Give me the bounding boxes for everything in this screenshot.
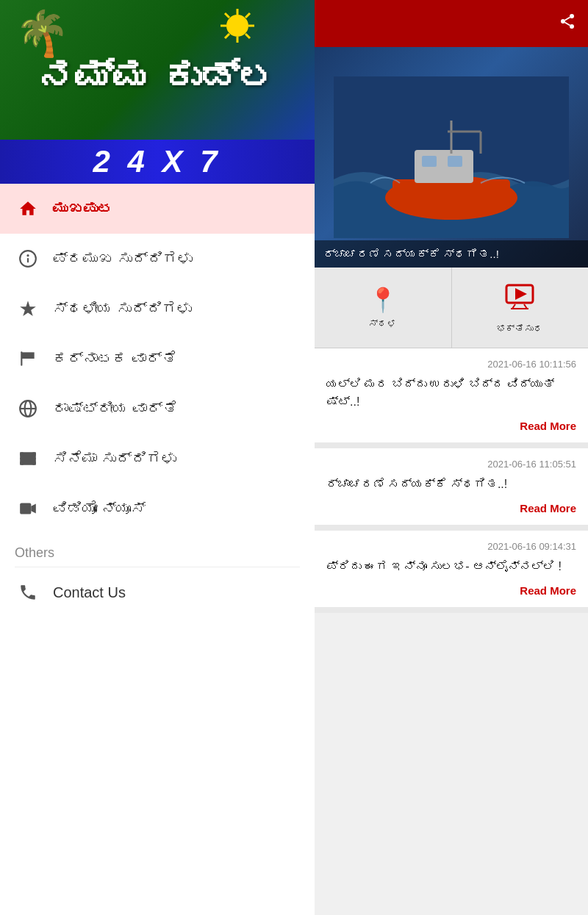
logo-top: 🌴 ನಮ್ಮ ಕುಡ್ಲ	[0, 0, 315, 140]
hero-caption-text: ರ್ಚಾಚರಣೆ ಸದ್ಯಕ್ಕೆ ಸ್ಥಗಿತ..!	[323, 248, 499, 260]
svg-point-26	[570, 24, 574, 29]
hero-caption: ರ್ಚಾಚರಣೆ ಸದ್ಯಕ್ಕೆ ಸ್ಥಗಿತ..!	[315, 240, 588, 268]
news-card-3-timestamp: 2021-06-16 09:14:31	[326, 541, 576, 552]
sidebar-logo: 🌴 ನಮ್ಮ ಕುಡ್ಲ 2 4 X 7	[0, 0, 315, 184]
svg-point-24	[570, 14, 574, 18]
main-content: ರ್ಚಾಚರಣೆ ಸದ್ಯಕ್ಕೆ ಸ್ಥಗಿತ..! 📍 ಸ್ಥಳ ಭಕ್ತಿ…	[315, 0, 588, 915]
film-icon	[15, 445, 41, 472]
boat-svg	[334, 76, 569, 238]
logo-247-text: 2 4 X 7	[93, 144, 221, 179]
info-icon	[15, 245, 41, 272]
news-card-2-title: ರ್ಚಾಚರಣೆ ಸದ್ಯಕ್ಕೆ ಸ್ಥಗಿತ..!	[326, 476, 576, 493]
sidebar-item-karnataka-label: ಕರ್ನಾಟಕ ವಾರ್ತೆ	[53, 351, 176, 367]
news-card-3-title: ಪ್ರಿದು ಈಗ ಇನ್ನೂ ಸುಲಭ- ಆನ್‌ಲೈನ್‌ನಲ್ಲಿ !	[326, 558, 576, 575]
phone-icon	[15, 579, 41, 606]
sidebar-item-karnataka[interactable]: ಕರ್ನಾಟಕ ವಾರ್ತೆ	[0, 334, 315, 384]
sidebar-item-contact[interactable]: Contact Us	[0, 567, 315, 617]
svg-line-27	[565, 23, 570, 26]
news-card-1-title: ಯಲ್ಲಿ ಮರ ಬಿದ್ದು ಉರುಳಿ ಬಿದ್ದ ವಿದ್ಯುತ್ ಷ್ಟ…	[326, 376, 576, 411]
sidebar-item-national-label: ರಾಷ್ಟ್ರೀಯ ವಾರ್ತೆ	[53, 401, 177, 417]
sidebar-item-top-news[interactable]: ಪ್ರಮುಖ ಸುದ್ದಿಗಳು	[0, 234, 315, 284]
sidebar-item-local-news[interactable]: ಸ್ಥಳೀಯ ಸುದ್ದಿಗಳು	[0, 284, 315, 334]
news-card-2-timestamp: 2021-06-16 11:05:51	[326, 459, 576, 470]
sun-icon	[219, 7, 256, 44]
svg-point-0	[226, 15, 248, 37]
svg-rect-22	[20, 503, 31, 514]
palm-icon: 🌴	[15, 7, 70, 60]
news-card-3-read-more[interactable]: Read More	[326, 584, 576, 597]
sidebar-item-video-news-label: ವಿಡಿಯೋ ನ್ಯೂಸ್	[53, 500, 146, 517]
tv-icon	[503, 281, 536, 319]
svg-rect-19	[20, 462, 23, 464]
svg-rect-34	[448, 156, 462, 167]
svg-line-8	[225, 34, 229, 38]
sidebar-item-top-news-label: ಪ್ರಮುಖ ಸುದ್ದಿಗಳು	[53, 251, 193, 268]
sidebar-item-cinema[interactable]: ಸಿನೆಮಾ ಸುದ್ದಿಗಳು	[0, 434, 315, 484]
svg-line-5	[225, 13, 229, 18]
svg-marker-39	[515, 288, 527, 300]
svg-rect-18	[33, 452, 36, 455]
star-icon	[15, 295, 41, 322]
sidebar-item-national[interactable]: ರಾಷ್ಟ್ರೀಯ ವಾರ್ತೆ	[0, 384, 315, 434]
quick-link-1[interactable]: 📍 ಸ್ಥಳ	[315, 268, 452, 348]
top-bar	[315, 0, 588, 47]
sidebar-item-home[interactable]: ಮುಖಪುಟ	[0, 184, 315, 234]
news-card-1-read-more[interactable]: Read More	[326, 420, 576, 432]
share-icon[interactable]	[559, 12, 576, 35]
svg-line-7	[245, 13, 250, 18]
sidebar-item-local-news-label: ಸ್ಥಳೀಯ ಸುದ್ದಿಗಳು	[53, 301, 192, 317]
svg-rect-33	[422, 156, 437, 167]
quick-link-1-label: ಸ್ಥಳ	[368, 318, 397, 329]
news-card-2: 2021-06-16 11:05:51 ರ್ಚಾಚರಣೆ ಸದ್ಯಕ್ಕೆ ಸ್…	[315, 448, 588, 531]
quick-links: 📍 ಸ್ಥಳ ಭಕ್ತಿಸುಧ	[315, 268, 588, 348]
quick-link-2[interactable]: ಭಕ್ತಿಸುಧ	[452, 268, 589, 348]
quick-link-2-label: ಭಕ್ತಿಸುಧ	[496, 323, 543, 334]
globe-icon	[15, 395, 41, 422]
news-card-2-read-more[interactable]: Read More	[326, 502, 576, 514]
news-card-1: 2021-06-16 10:11:56 ಯಲ್ಲಿ ಮರ ಬಿದ್ದು ಉರುಳ…	[315, 348, 588, 448]
hero-image: ರ್ಚಾಚರಣೆ ಸದ್ಯಕ್ಕೆ ಸ್ಥಗಿತ..!	[315, 47, 588, 268]
svg-line-28	[565, 18, 570, 21]
sidebar-item-contact-label: Contact Us	[53, 584, 126, 601]
svg-point-25	[561, 19, 565, 24]
sidebar-item-video-news[interactable]: ವಿಡಿಯೋ ನ್ಯೂಸ್	[0, 484, 315, 534]
home-icon	[15, 195, 41, 222]
flag-icon	[15, 345, 41, 372]
news-card-1-timestamp: 2021-06-16 10:11:56	[326, 359, 576, 370]
svg-rect-20	[33, 462, 36, 464]
hero-boat-visual	[315, 47, 588, 268]
sidebar: 🌴 ನಮ್ಮ ಕುಡ್ಲ 2 4 X 7 ಮುಖಪುಟ ಪ್ರಮುಖ ಸುದ್ದ…	[0, 0, 315, 915]
sidebar-item-cinema-label: ಸಿನೆಮಾ ಸುದ್ದಿಗಳು	[53, 451, 176, 467]
sidebar-navigation: ಮುಖಪುಟ ಪ್ರಮುಖ ಸುದ್ದಿಗಳು ಸ್ಥಳೀಯ ಸುದ್ದಿಗಳು…	[0, 184, 315, 915]
location-icon: 📍	[368, 286, 398, 314]
logo-kannada-text: ನಮ್ಮ ಕುಡ್ಲ	[37, 55, 276, 99]
svg-rect-17	[20, 452, 23, 455]
news-card-3: 2021-06-16 09:14:31 ಪ್ರಿದು ಈಗ ಇನ್ನೂ ಸುಲಭ…	[315, 531, 588, 613]
sidebar-item-home-label: ಮುಖಪುಟ	[53, 201, 112, 218]
svg-marker-23	[31, 504, 36, 514]
others-label: Others	[15, 545, 54, 560]
logo-bottom: 2 4 X 7	[0, 140, 315, 184]
svg-line-6	[245, 34, 250, 38]
video-icon	[15, 495, 41, 522]
others-section: Others	[0, 534, 315, 567]
svg-rect-31	[392, 179, 510, 205]
